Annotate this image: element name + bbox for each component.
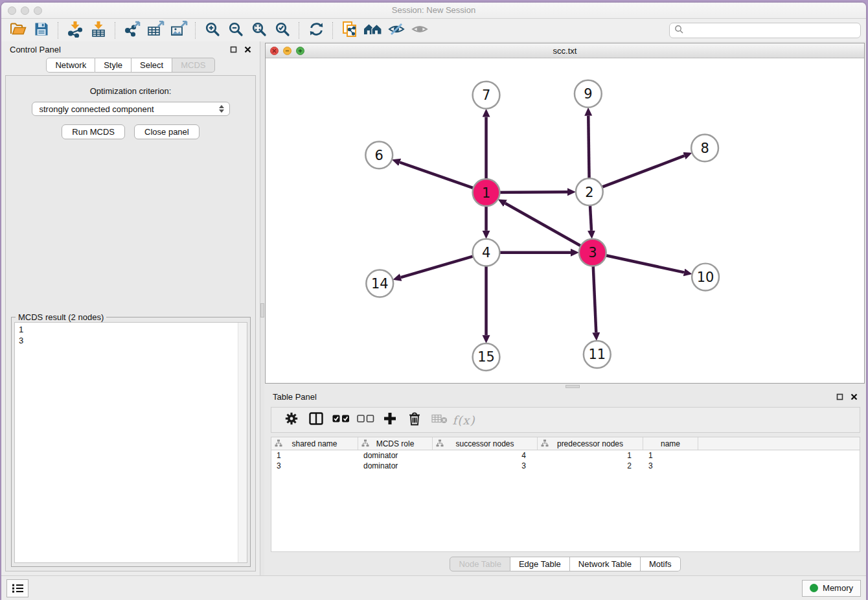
column-header-name[interactable]: name xyxy=(643,437,698,450)
cell-predecessor-nodes[interactable]: 2 xyxy=(538,461,643,471)
graph-node-1[interactable]: 1 xyxy=(473,179,500,206)
column-label: successor nodes xyxy=(455,439,514,448)
zoom-window-button[interactable] xyxy=(34,6,42,15)
graph-node-4[interactable]: 4 xyxy=(473,239,500,266)
tab-network[interactable]: Network xyxy=(46,58,95,73)
task-history-button[interactable] xyxy=(6,579,29,597)
graph-edge-3-1[interactable] xyxy=(505,203,593,253)
graph-node-15[interactable]: 15 xyxy=(473,343,500,371)
graph-node-3[interactable]: 3 xyxy=(579,239,606,266)
open-file-button[interactable] xyxy=(6,21,30,40)
cell-name[interactable]: 3 xyxy=(643,461,698,471)
close-panel-icon[interactable] xyxy=(244,46,251,53)
cell-name[interactable]: 1 xyxy=(643,450,698,461)
add-entry-button[interactable] xyxy=(378,410,402,430)
deselect-all-icon xyxy=(357,414,374,426)
import-table-button[interactable] xyxy=(87,21,110,40)
graph-node-label: 1 xyxy=(482,185,490,201)
float-panel-icon[interactable] xyxy=(836,393,843,400)
run-mcds-button[interactable]: Run MCDS xyxy=(62,124,125,139)
cell-successor-nodes[interactable]: 3 xyxy=(433,461,538,471)
column-header-mcds-role[interactable]: MCDS role xyxy=(358,437,433,450)
tab-network-table[interactable]: Network Table xyxy=(570,557,641,571)
toolbar-separator xyxy=(299,22,300,39)
close-window-button[interactable] xyxy=(8,6,16,15)
network-minimize-button[interactable] xyxy=(283,47,291,55)
graph-edge-2-8[interactable] xyxy=(589,156,685,192)
cell-mcds-role[interactable]: dominator xyxy=(358,461,433,471)
network-canvas[interactable]: 7968124314101511 xyxy=(266,58,864,383)
deselect-all-button[interactable] xyxy=(353,410,378,430)
graph-node-14[interactable]: 14 xyxy=(366,270,393,297)
table-row[interactable]: 1dominator411 xyxy=(271,450,860,461)
tab-motifs[interactable]: Motifs xyxy=(641,557,681,571)
first-neighbors-button[interactable] xyxy=(361,21,385,40)
split-view-button[interactable] xyxy=(304,410,328,430)
search-input[interactable] xyxy=(687,25,856,36)
panel-splitter-horizontal[interactable] xyxy=(264,384,866,389)
show-all-button[interactable] xyxy=(408,21,431,40)
column-header-successor-nodes[interactable]: successor nodes xyxy=(433,437,538,450)
close-panel-button[interactable]: Close panel xyxy=(134,124,200,139)
cell-shared-name[interactable]: 3 xyxy=(271,461,358,471)
delete-entry-button[interactable] xyxy=(402,410,427,430)
duplicate-network-button[interactable] xyxy=(338,21,361,40)
graph-node-11[interactable]: 11 xyxy=(584,341,611,368)
select-all-button[interactable] xyxy=(328,410,353,430)
status-bar: Memory xyxy=(1,575,866,600)
main-toolbar xyxy=(1,19,866,42)
splitter-grip[interactable] xyxy=(260,303,264,317)
hierarchy-icon xyxy=(436,439,444,449)
splitter-grip[interactable] xyxy=(565,385,580,388)
save-session-button[interactable] xyxy=(30,21,53,40)
cell-successor-nodes[interactable]: 4 xyxy=(433,450,538,461)
graph-node-9[interactable]: 9 xyxy=(575,80,602,108)
cell-mcds-role[interactable]: dominator xyxy=(358,450,433,461)
hide-selected-button[interactable] xyxy=(385,21,408,40)
column-label: MCDS role xyxy=(376,439,415,448)
settings-button[interactable] xyxy=(279,410,304,430)
panel-splitter-vertical[interactable] xyxy=(260,41,264,575)
export-network-button[interactable] xyxy=(120,21,144,40)
table-panel-title: Table Panel xyxy=(273,392,317,402)
cell-shared-name[interactable]: 1 xyxy=(271,450,358,461)
graph-node-6[interactable]: 6 xyxy=(365,141,393,168)
graph-node-2[interactable]: 2 xyxy=(576,178,603,205)
zoom-out-icon xyxy=(228,21,244,40)
column-label: predecessor nodes xyxy=(557,439,623,448)
tab-select[interactable]: Select xyxy=(131,58,172,73)
column-header-predecessor-nodes[interactable]: predecessor nodes xyxy=(538,437,643,450)
import-network-button[interactable] xyxy=(63,21,87,40)
graph-node-8[interactable]: 8 xyxy=(691,134,718,161)
graph-node-10[interactable]: 10 xyxy=(692,264,719,291)
criterion-dropdown[interactable]: strongly connected component xyxy=(32,102,230,116)
import-table-icon xyxy=(90,21,107,40)
tab-node-table[interactable]: Node Table xyxy=(450,557,510,571)
network-maximize-button[interactable] xyxy=(296,47,304,55)
memory-button[interactable]: Memory xyxy=(802,580,861,597)
refresh-view-button[interactable] xyxy=(304,21,328,40)
cell-predecessor-nodes[interactable]: 1 xyxy=(538,450,643,461)
table-row[interactable]: 3dominator323 xyxy=(271,461,860,471)
graph-node-7[interactable]: 7 xyxy=(473,82,500,109)
zoom-selected-button[interactable] xyxy=(271,21,294,40)
zoom-fit-button[interactable] xyxy=(247,21,271,40)
close-panel-icon[interactable] xyxy=(851,393,858,400)
export-table-button[interactable] xyxy=(144,21,167,40)
export-image-button[interactable] xyxy=(167,21,190,40)
tab-mcds[interactable]: MCDS xyxy=(172,58,214,73)
zoom-out-button[interactable] xyxy=(224,21,247,40)
minimize-window-button[interactable] xyxy=(21,6,29,15)
float-panel-icon[interactable] xyxy=(230,46,237,53)
result-scrollbar[interactable] xyxy=(238,323,247,562)
tab-style[interactable]: Style xyxy=(95,58,131,73)
zoom-in-button[interactable] xyxy=(201,21,224,40)
mcds-result-text[interactable]: 1 3 xyxy=(14,322,247,563)
mcds-result-title: MCDS result (2 nodes) xyxy=(16,312,106,322)
network-title: scc.txt xyxy=(266,46,864,56)
optimization-criterion-label: Optimization criterion: xyxy=(6,86,255,96)
network-close-button[interactable] xyxy=(270,47,279,55)
tab-edge-table[interactable]: Edge Table xyxy=(510,557,570,571)
column-header-shared-name[interactable]: shared name xyxy=(271,437,358,450)
node-table: shared nameMCDS rolesuccessor nodesprede… xyxy=(271,437,860,552)
